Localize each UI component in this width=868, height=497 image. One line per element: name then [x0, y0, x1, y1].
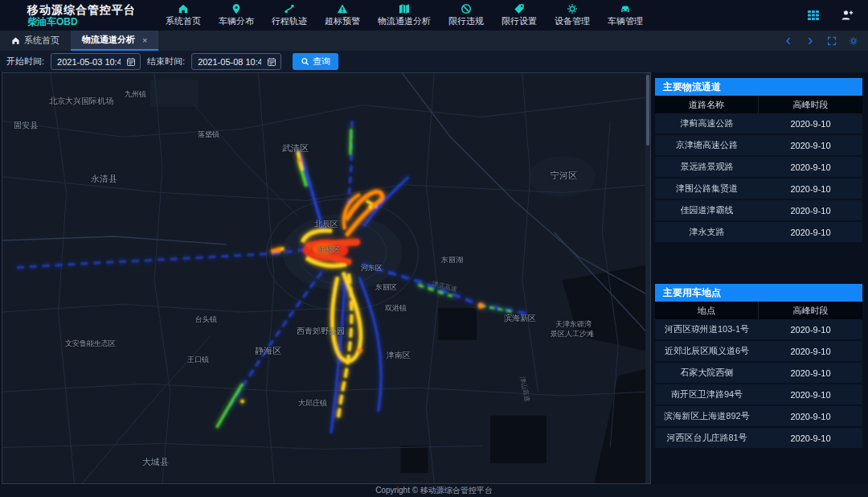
column-peak-time: 高峰时段: [759, 96, 862, 113]
top-header: 移动源综合管控平台 柴油车OBD 系统首页 车辆分布 行程轨迹 超标预警: [0, 0, 868, 31]
home-icon: [11, 36, 20, 45]
expand-icon[interactable]: [827, 36, 837, 46]
peak-time-cell: 2020-9-10: [759, 200, 862, 220]
map-pin-icon: [231, 3, 242, 14]
end-time-field[interactable]: [191, 53, 281, 70]
filter-bar: 开始时间: 结束时间: 查询: [0, 51, 868, 72]
road-name-cell: 佳园道津霸线: [655, 200, 759, 220]
user-add-icon[interactable]: [841, 9, 854, 22]
peak-time-cell: 2020-9-10: [759, 341, 862, 361]
brand: 移动源综合管控平台 柴油车OBD: [0, 3, 161, 27]
panel-vehicle-locations: 主要用车地点 地点 高峰时段 河西区琼州道103-1号 2020-9-10 近郊…: [655, 284, 862, 484]
query-button[interactable]: 查询: [293, 53, 338, 70]
nav-item-vehicle-management[interactable]: 车辆管理: [603, 3, 648, 27]
warning-icon: [337, 3, 348, 14]
copyright-text: Copyright © 移动源综合管控平台: [375, 485, 493, 496]
nav-item-home[interactable]: 系统首页: [161, 3, 206, 27]
tag-icon: [514, 3, 525, 14]
table-body: 津蓟高速公路 2020-9-10 京津塘高速公路 2020-9-10 景远路景观…: [655, 113, 862, 242]
tab-home[interactable]: 系统首页: [0, 31, 71, 51]
tab-bar: 系统首页 物流通道分析 ×: [0, 31, 868, 51]
grid-icon[interactable]: [807, 9, 820, 22]
home-icon: [178, 3, 189, 14]
road-name-cell: 津永支路: [655, 222, 759, 242]
peak-time-cell: 2020-9-10: [759, 113, 862, 133]
road-name-cell: 京津塘高速公路: [655, 135, 759, 155]
car-icon: [620, 3, 631, 14]
table-row[interactable]: 近郊北辰区顺义道6号 2020-9-10: [655, 341, 862, 361]
route-icon: [284, 3, 295, 14]
peak-time-cell: 2020-9-10: [759, 384, 862, 405]
map-canvas: [2, 73, 650, 483]
table-header: 道路名称 高峰时段: [655, 96, 862, 113]
peak-time-cell: 2020-9-10: [759, 157, 862, 177]
road-name-cell: 津蓟高速公路: [655, 113, 759, 133]
end-time-label: 结束时间:: [147, 55, 185, 68]
location-cell: 近郊北辰区顺义道6号: [655, 341, 759, 361]
table-header: 地点 高峰时段: [655, 302, 862, 319]
close-icon[interactable]: ×: [142, 35, 147, 45]
table-row[interactable]: 河西区琼州道103-1号 2020-9-10: [655, 319, 862, 339]
table-row[interactable]: 景远路景观路 2020-9-10: [655, 157, 862, 177]
table-row[interactable]: 滨海新区上海道892号 2020-9-10: [655, 406, 862, 426]
gear-icon: [567, 3, 578, 14]
table-row[interactable]: 津永支路 2020-9-10: [655, 222, 862, 242]
panel-title: 主要用车地点: [655, 284, 862, 302]
footer: Copyright © 移动源综合管控平台: [0, 484, 868, 497]
map-scrollbar[interactable]: [645, 73, 650, 484]
nav-item-trip-track[interactable]: 行程轨迹: [267, 3, 312, 27]
right-column: 主要物流通道 道路名称 高峰时段 津蓟高速公路 2020-9-10 京津塘高速公…: [655, 72, 862, 484]
peak-time-cell: 2020-9-10: [759, 319, 862, 339]
column-peak-time: 高峰时段: [759, 302, 862, 319]
location-cell: 南开区卫津路94号: [655, 384, 759, 405]
peak-time-cell: 2020-9-10: [759, 406, 862, 426]
peak-time-cell: 2020-9-10: [759, 222, 862, 242]
start-time-field[interactable]: [51, 53, 141, 70]
location-cell: 河西区台儿庄路81号: [655, 428, 759, 448]
end-time-input[interactable]: [192, 57, 261, 67]
location-cell: 河西区琼州道103-1号: [655, 319, 759, 339]
start-time-label: 开始时间:: [6, 55, 44, 68]
table-row[interactable]: 佳园道津霸线 2020-9-10: [655, 200, 862, 220]
app-window: 移动源综合管控平台 柴油车OBD 系统首页 车辆分布 行程轨迹 超标预警: [0, 0, 868, 497]
panel-title: 主要物流通道: [655, 78, 862, 96]
calendar-icon[interactable]: [267, 57, 276, 67]
search-icon: [301, 57, 309, 66]
nav-item-overlimit-alert[interactable]: 超标预警: [320, 3, 365, 27]
peak-time-cell: 2020-9-10: [759, 428, 862, 448]
table-row[interactable]: 津围公路集贤道 2020-9-10: [655, 179, 862, 199]
header-actions: [807, 9, 854, 22]
table-body: 河西区琼州道103-1号 2020-9-10 近郊北辰区顺义道6号 2020-9…: [655, 319, 862, 448]
table-row[interactable]: 京津塘高速公路 2020-9-10: [655, 135, 862, 155]
tab-logistics-channel[interactable]: 物流通道分析 ×: [71, 31, 158, 51]
calendar-icon[interactable]: [126, 57, 136, 67]
nav-item-restriction-settings[interactable]: 限行设置: [497, 3, 542, 27]
ban-icon: [461, 3, 472, 14]
nav-item-device-management[interactable]: 设备管理: [550, 3, 595, 27]
table-row[interactable]: 河西区台儿庄路81号 2020-9-10: [655, 428, 862, 448]
chevron-left-icon[interactable]: [784, 36, 793, 46]
nav-item-restriction-violation[interactable]: 限行违规: [444, 3, 489, 27]
map-scrollbar-thumb[interactable]: [646, 75, 649, 146]
table-row[interactable]: 津蓟高速公路 2020-9-10: [655, 113, 862, 133]
road-name-cell: 津围公路集贤道: [655, 179, 759, 199]
peak-time-cell: 2020-9-10: [759, 135, 862, 155]
content-area: 廊坊九州镇北京大兴国际机场固安县落垡镇武清区永清县宁河区北辰区红桥区东丽湖河东区…: [0, 72, 868, 484]
column-location: 地点: [655, 302, 759, 319]
table-row[interactable]: 南开区卫津路94号 2020-9-10: [655, 384, 862, 405]
nav-item-vehicle-distribution[interactable]: 车辆分布: [214, 3, 259, 27]
gear-icon[interactable]: [849, 36, 858, 46]
panel-logistics-channels: 主要物流通道 道路名称 高峰时段 津蓟高速公路 2020-9-10 京津塘高速公…: [655, 78, 862, 278]
road-name-cell: 景远路景观路: [655, 157, 759, 177]
peak-time-cell: 2020-9-10: [759, 179, 862, 199]
location-cell: 滨海新区上海道892号: [655, 406, 759, 426]
location-cell: 石家大院西侧: [655, 363, 759, 383]
table-row[interactable]: 石家大院西侧 2020-9-10: [655, 363, 862, 383]
app-title: 移动源综合管控平台: [27, 3, 161, 16]
peak-time-cell: 2020-9-10: [759, 363, 862, 383]
nav-item-logistics-channel[interactable]: 物流通道分析: [373, 3, 436, 27]
start-time-input[interactable]: [51, 57, 121, 67]
tab-controls: [784, 31, 858, 51]
heatmap-map[interactable]: 廊坊九州镇北京大兴国际机场固安县落垡镇武清区永清县宁河区北辰区红桥区东丽湖河东区…: [2, 72, 651, 484]
chevron-right-icon[interactable]: [805, 36, 815, 46]
